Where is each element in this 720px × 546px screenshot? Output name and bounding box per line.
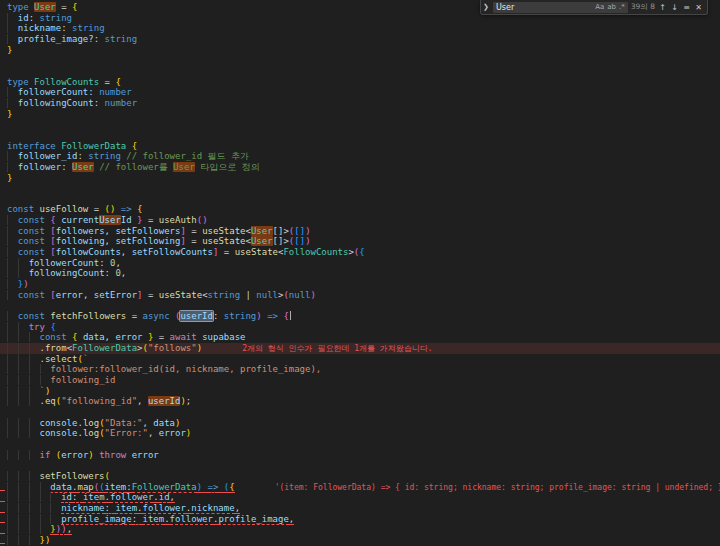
code-line[interactable]: .select(` xyxy=(0,354,720,365)
code-line[interactable]: const fetchFollowers = async (userId: st… xyxy=(0,311,720,322)
code-line[interactable]: followerCount: 0, xyxy=(0,258,720,269)
code-line[interactable]: const [followCounts, setFollowCounts] = … xyxy=(0,247,720,258)
code-line[interactable]: }) xyxy=(0,279,720,290)
code-token: follower xyxy=(143,503,186,514)
code-line[interactable]: data.map((item:FollowerData) => ({'(item… xyxy=(0,482,720,493)
find-in-selection-icon[interactable]: ≡ xyxy=(682,3,691,12)
code-line[interactable]: const [followers, setFollowers] = useSta… xyxy=(0,226,720,237)
code-line[interactable]: const { currentUserId } = useAuth() xyxy=(0,215,720,226)
code-line[interactable]: } xyxy=(0,109,720,120)
code-token: error xyxy=(115,332,142,342)
code-line[interactable]: following_id xyxy=(0,375,720,386)
code-line[interactable]: follower:follower_id(id, nickname, profi… xyxy=(0,364,720,375)
code-token: , xyxy=(115,258,120,268)
code-line[interactable] xyxy=(0,460,720,471)
code-line[interactable]: }) xyxy=(0,535,720,546)
inline-error-message: '(item: FollowerData) => { id: string; n… xyxy=(275,483,720,492)
previous-match-icon[interactable]: ↑ xyxy=(658,3,667,12)
code-line[interactable]: interface FollowerData { xyxy=(0,141,720,152)
code-token: error xyxy=(61,450,88,460)
code-line[interactable]: .from<FollowerData>("follows")2개의 형식 인수가… xyxy=(0,343,720,354)
code-token: number xyxy=(99,87,132,97)
code-token: , xyxy=(143,418,154,428)
code-line[interactable] xyxy=(0,119,720,130)
code-line[interactable]: .eq("following_id", userId); xyxy=(0,396,720,407)
code-line[interactable] xyxy=(0,183,720,194)
code-token: async xyxy=(142,311,169,321)
code-line[interactable]: profile_image: item.follower.profile_ima… xyxy=(0,514,720,525)
code-token: () xyxy=(197,215,208,225)
code-token: } xyxy=(7,109,12,119)
code-line[interactable] xyxy=(0,130,720,141)
code-token: User xyxy=(34,2,56,12)
code-line[interactable] xyxy=(0,55,720,66)
code-token xyxy=(7,23,18,33)
code-token: const xyxy=(7,204,34,214)
code-token: setFollowCounts xyxy=(132,247,213,257)
code-line[interactable]: `) xyxy=(0,386,720,397)
match-case-icon[interactable]: Aa xyxy=(595,3,604,11)
find-query-text: User xyxy=(496,2,592,13)
code-line[interactable]: type FollowCounts = { xyxy=(0,77,720,88)
code-token: string xyxy=(224,311,257,321)
editor[interactable]: type User = { id: string nickname: strin… xyxy=(0,0,720,546)
code-token xyxy=(7,450,40,460)
code-token xyxy=(7,258,29,268)
code-line[interactable]: id: item.follower.id, xyxy=(0,492,720,503)
whole-word-icon[interactable]: ab xyxy=(607,3,616,11)
code-token: type xyxy=(7,2,29,12)
code-line[interactable]: const [error, setError] = useState<strin… xyxy=(0,290,720,301)
code-line[interactable]: console.log("Error:", error) xyxy=(0,428,720,439)
code-line[interactable]: nickname: string xyxy=(0,23,720,34)
code-token: string xyxy=(72,23,105,33)
code-line[interactable]: nickname: item.follower.nickname, xyxy=(0,503,720,514)
code-line[interactable] xyxy=(0,66,720,77)
code-token xyxy=(7,87,18,97)
code-line[interactable]: const [following, setFollowing] = useSta… xyxy=(0,236,720,247)
code-line[interactable] xyxy=(0,407,720,418)
code-token: , xyxy=(105,332,116,342)
code-line[interactable] xyxy=(0,300,720,311)
code-line[interactable]: followingCount: 0, xyxy=(0,268,720,279)
code-line[interactable]: follower: User // follower를 User 타입으로 정의 xyxy=(0,162,720,173)
code-token xyxy=(7,418,40,428)
code-token: ) xyxy=(311,290,316,300)
code-token: log xyxy=(83,418,99,428)
code-token: : xyxy=(132,514,143,525)
code-line[interactable]: })), xyxy=(0,524,720,535)
code-token: : xyxy=(99,258,110,268)
code-token: eq xyxy=(45,396,56,406)
close-icon[interactable]: ✕ xyxy=(694,3,703,12)
code-line[interactable]: } xyxy=(0,45,720,56)
code-token: console xyxy=(40,418,78,428)
code-token: nickname xyxy=(18,23,61,33)
code-line[interactable] xyxy=(0,194,720,205)
code-token: User xyxy=(72,162,94,172)
code-line[interactable]: if (error) throw error xyxy=(0,450,720,461)
code-token xyxy=(7,311,18,321)
code-line[interactable]: try { xyxy=(0,322,720,333)
code-token: useState xyxy=(202,226,245,236)
code-line[interactable]: follower_id: string // follower_id 필드 추가 xyxy=(0,151,720,162)
code-line[interactable]: setFollowers( xyxy=(0,471,720,482)
code-token: interface xyxy=(7,141,56,151)
code-line[interactable]: followingCount: number xyxy=(0,98,720,109)
code-line[interactable] xyxy=(0,439,720,450)
toggle-replace-chevron-icon[interactable]: ❯ xyxy=(483,3,490,11)
code-token: FollowerData xyxy=(132,482,197,493)
code-token: )) xyxy=(56,524,67,535)
code-line[interactable]: followerCount: number xyxy=(0,87,720,98)
code-line[interactable]: const useFollow = () => { xyxy=(0,204,720,215)
next-match-icon[interactable]: ↓ xyxy=(670,3,679,12)
code-token: . xyxy=(164,514,169,525)
code-line[interactable]: console.log("Data:", data) xyxy=(0,418,720,429)
code-line[interactable]: profile_image?: string xyxy=(0,34,720,45)
code-line[interactable]: } xyxy=(0,173,720,184)
regex-icon[interactable]: .* xyxy=(619,3,625,11)
code-token: string xyxy=(208,290,241,300)
code-token: followCounts xyxy=(56,247,121,257)
code-line[interactable]: const { data, error } = await supabase xyxy=(0,332,720,343)
find-input[interactable]: User Aa ab .* xyxy=(493,2,628,13)
code-token: null xyxy=(289,290,311,300)
code-token: id xyxy=(18,13,29,23)
